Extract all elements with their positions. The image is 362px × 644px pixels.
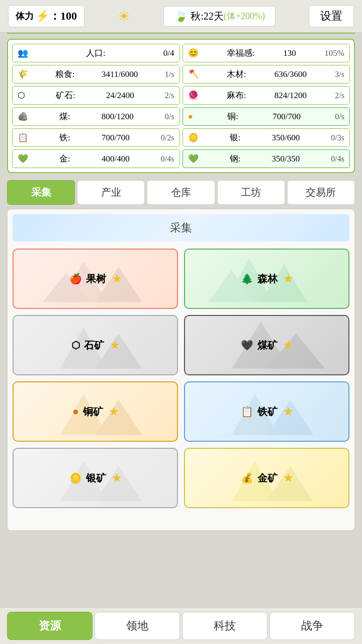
wood-rate: 3/s xyxy=(335,70,344,79)
main-content: 采集 🍎 果树 ★ xyxy=(7,209,355,531)
gather-card-fruit-tree[interactable]: 🍎 果树 ★ xyxy=(13,249,178,309)
gather-card-forest[interactable]: 🌲 森林 ★ xyxy=(184,249,349,309)
nav-tech[interactable]: 科技 xyxy=(182,612,267,640)
season-bonus: (体+200%) xyxy=(224,10,265,22)
stamina-value: 100 xyxy=(60,10,77,23)
copper-mine-star: ★ xyxy=(109,406,118,418)
steel-row: 💚 钢: 350/350 0/4s xyxy=(183,149,350,168)
iron-label: 铁: xyxy=(59,132,70,143)
nav-war[interactable]: 战争 xyxy=(269,612,355,640)
gather-card-iron-mine[interactable]: 📋 铁矿 ★ xyxy=(184,381,349,442)
ore-value: 24/2400 xyxy=(106,91,134,101)
tab-warehouse[interactable]: 仓库 xyxy=(147,180,215,205)
silver-value: 350/600 xyxy=(272,133,300,143)
fruit-tree-label: 果树 xyxy=(86,272,106,286)
wood-value: 636/3600 xyxy=(275,69,307,79)
coal-mine-star: ★ xyxy=(284,339,293,351)
tab-industry[interactable]: 产业 xyxy=(77,180,145,205)
coal-mine-icon: 🖤 xyxy=(241,339,253,351)
food-label: 粮食: xyxy=(55,68,75,80)
silver-icon: 🪙 xyxy=(188,132,199,143)
linen-value: 824/1200 xyxy=(275,91,307,101)
forest-label: 森林 xyxy=(257,272,278,286)
silver-mine-star: ★ xyxy=(112,472,121,484)
stamina-separator: ： xyxy=(49,9,60,24)
copper-mine-icon: ● xyxy=(72,405,79,418)
happiness-icon: 😊 xyxy=(188,48,199,58)
nav-territory[interactable]: 领地 xyxy=(95,612,180,640)
stone-mine-inner: ⬡ 石矿 ★ xyxy=(71,339,119,352)
linen-rate: 2/s xyxy=(335,91,344,100)
gather-card-silver-mine[interactable]: 🪙 银矿 ★ xyxy=(13,448,178,508)
bottom-nav: 资源 领地 科技 战争 xyxy=(0,607,362,644)
iron-mine-star: ★ xyxy=(284,406,293,418)
gather-card-stone-mine[interactable]: ⬡ 石矿 ★ xyxy=(13,315,178,375)
happiness-pct: 105% xyxy=(324,48,344,58)
linen-row: 🧶 麻布: 824/1200 2/s xyxy=(183,86,350,105)
resource-panel: 👥 人口: 0/4 😊 幸福感: 130 105% 🌾 粮食: 3411/600… xyxy=(7,39,355,173)
steel-value: 350/350 xyxy=(272,154,300,164)
gold-value: 400/400 xyxy=(102,154,130,164)
gold-rate: 0/4s xyxy=(161,154,174,164)
stone-mine-star: ★ xyxy=(110,339,119,351)
fruit-tree-star: ★ xyxy=(112,273,121,285)
food-rate: 1/s xyxy=(165,70,174,79)
gold-mine-icon: 💰 xyxy=(241,472,253,484)
forest-inner: 🌲 森林 ★ xyxy=(241,272,293,286)
wood-label: 木材: xyxy=(227,68,246,80)
coal-icon: 🪨 xyxy=(18,111,28,122)
gather-card-gold-mine[interactable]: 💰 金矿 ★ xyxy=(184,448,349,508)
tab-bar: 采集 产业 仓库 工坊 交易所 xyxy=(7,180,355,205)
season-label: 秋:22天 xyxy=(191,10,224,23)
population-icon: 👥 xyxy=(18,48,28,58)
wood-icon: 🪓 xyxy=(188,69,199,79)
silver-mine-inner: 🪙 银矿 ★ xyxy=(69,471,121,485)
sun-icon: ☀ xyxy=(118,8,130,25)
silver-row: 🪙 银: 350/600 0/3s xyxy=(183,128,350,147)
gather-card-copper-mine[interactable]: ● 铜矿 ★ xyxy=(13,381,178,442)
copper-value: 700/700 xyxy=(273,112,301,122)
settings-button[interactable]: 设置 xyxy=(309,5,354,27)
silver-mine-label: 银矿 xyxy=(86,471,106,485)
coal-mine-label: 煤矿 xyxy=(257,339,278,352)
stamina-lightning-icon: ⚡ xyxy=(36,10,49,23)
tab-workshop[interactable]: 工坊 xyxy=(217,180,285,205)
population-row: 👥 人口: 0/4 xyxy=(12,44,180,62)
happiness-value: 130 xyxy=(283,48,296,58)
happiness-label: 幸福感: xyxy=(227,47,255,59)
iron-icon: 📋 xyxy=(18,132,28,143)
wood-row: 🪓 木材: 636/3600 3/s xyxy=(183,65,350,84)
ore-rate: 2/s xyxy=(165,91,174,100)
linen-icon: 🧶 xyxy=(188,90,199,101)
forest-star: ★ xyxy=(284,273,293,285)
linen-label: 麻布: xyxy=(227,90,246,101)
gold-row: 💚 金: 400/400 0/4s xyxy=(12,149,180,168)
gold-mine-inner: 💰 金矿 ★ xyxy=(241,471,293,485)
leaf-icon: 🍃 xyxy=(174,10,188,23)
ore-row: ⬡ 矿石: 24/2400 2/s xyxy=(12,86,180,105)
food-icon: 🌾 xyxy=(18,69,28,79)
iron-row: 📋 铁: 700/700 0/2s xyxy=(12,128,180,147)
tab-exchange[interactable]: 交易所 xyxy=(287,180,355,205)
iron-mine-label: 铁矿 xyxy=(257,405,278,419)
gold-icon: 💚 xyxy=(18,153,28,164)
gather-grid: 🍎 果树 ★ 🌲 森林 ★ xyxy=(13,249,349,508)
top-bar: 体力 ⚡ ： 100 ☀ 🍃 秋:22天 (体+200%) 设置 xyxy=(0,0,362,33)
silver-label: 银: xyxy=(230,132,241,143)
stone-mine-icon: ⬡ xyxy=(71,339,80,351)
copper-label: 铜: xyxy=(227,111,238,122)
copper-mine-inner: ● 铜矿 ★ xyxy=(72,405,118,419)
coal-value: 800/1200 xyxy=(102,112,134,122)
gold-mine-star: ★ xyxy=(284,472,293,484)
forest-icon: 🌲 xyxy=(241,273,253,285)
silver-rate: 0/3s xyxy=(331,133,344,142)
copper-rate: 0/s xyxy=(335,112,344,121)
gather-card-coal-mine[interactable]: 🖤 煤矿 ★ xyxy=(184,315,349,375)
tab-gather[interactable]: 采集 xyxy=(7,180,75,205)
population-value: 0/4 xyxy=(163,48,174,58)
iron-rate: 0/2s xyxy=(161,133,174,142)
copper-mine-label: 铜矿 xyxy=(83,405,103,419)
stamina-box: 体力 ⚡ ： 100 xyxy=(8,5,84,27)
iron-mine-icon: 📋 xyxy=(241,406,253,418)
nav-resources[interactable]: 资源 xyxy=(7,612,93,640)
